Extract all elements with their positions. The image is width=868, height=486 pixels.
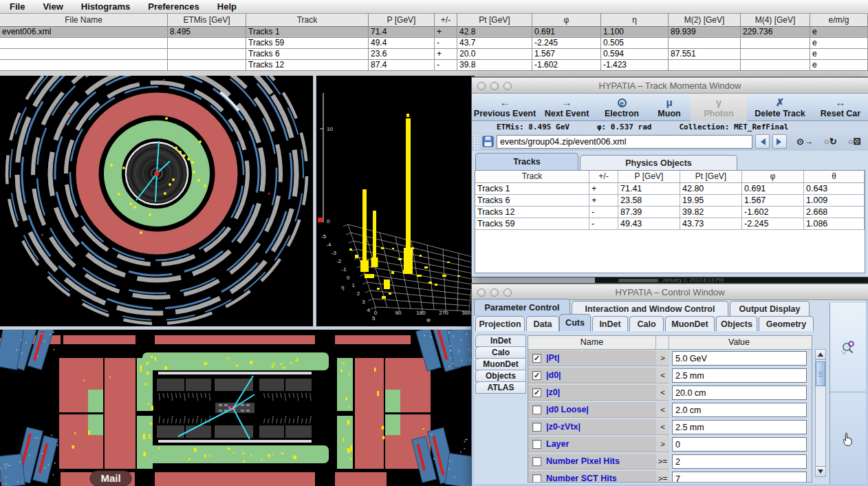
- minimize-window-button[interactable]: [490, 288, 499, 297]
- menu-histograms[interactable]: Histograms: [81, 1, 131, 12]
- cut-value-input[interactable]: [672, 403, 807, 417]
- column-header-[interactable]: θ: [804, 171, 865, 182]
- toolbar-button-electron[interactable]: eElectron: [596, 94, 648, 121]
- column-header-m-4-gev[interactable]: M(4) [GeV]: [741, 14, 810, 26]
- column-header-[interactable]: η: [601, 14, 669, 26]
- toolbar-button-muon[interactable]: μMuon: [648, 94, 691, 121]
- side-tab-calo[interactable]: Calo: [475, 346, 526, 359]
- tab-indet[interactable]: InDet: [592, 316, 628, 331]
- event-table-row[interactable]: event006.xml8.495Tracks 171.4+42.80.6911…: [0, 27, 868, 38]
- zoom-tool-button[interactable]: [830, 303, 866, 392]
- tab-parameter-control[interactable]: Parameter Control: [474, 299, 570, 316]
- event-table-row[interactable]: Tracks 1287.4-39.8-1.602-1.423e: [0, 60, 868, 71]
- column-header-[interactable]: φ: [742, 171, 804, 182]
- toolbar-button-previous-event[interactable]: ←Previous Event: [472, 94, 538, 121]
- toolbar-grip[interactable]: [473, 134, 480, 149]
- column-header-track[interactable]: Track: [246, 14, 369, 26]
- scroll-up-button[interactable]: [816, 350, 825, 360]
- toolbar-button-photon[interactable]: γPhoton: [691, 94, 747, 121]
- menu-file[interactable]: File: [10, 1, 25, 12]
- cut-checkbox[interactable]: [532, 405, 541, 414]
- close-window-button[interactable]: [477, 288, 486, 297]
- tab-muondet[interactable]: MuonDet: [665, 316, 715, 331]
- cut-value-input[interactable]: [672, 454, 807, 469]
- tab-cuts[interactable]: Cuts: [559, 314, 591, 331]
- column-header-pt-gev[interactable]: Pt [GeV]: [457, 14, 532, 26]
- cut-value-input[interactable]: [672, 437, 807, 452]
- detector-end-view[interactable]: [0, 76, 313, 326]
- side-tab-indet[interactable]: InDet: [475, 335, 526, 347]
- tab-interaction-and-window-control[interactable]: Interaction and Window Control: [572, 301, 728, 316]
- column-header-e-m-g[interactable]: e/m/g: [810, 14, 868, 26]
- dock-badge[interactable]: Mail: [90, 471, 131, 486]
- next-file-button[interactable]: [772, 134, 787, 149]
- side-tab-objects[interactable]: Objects: [475, 370, 526, 382]
- menu-help[interactable]: Help: [217, 1, 237, 12]
- column-header-p-gev[interactable]: P [GeV]: [369, 14, 435, 26]
- column-header-[interactable]: +/-: [589, 171, 618, 182]
- tab-projection[interactable]: Projection: [475, 316, 525, 331]
- cut-value-input[interactable]: [672, 472, 807, 483]
- cut-checkbox[interactable]: ✓: [532, 388, 541, 397]
- control-window-titlebar[interactable]: HYPATIA – Control Window: [472, 284, 868, 300]
- cut-checkbox[interactable]: [532, 457, 541, 466]
- track-table-row[interactable]: Tracks 12-87.3939.82-1.6022.668: [475, 207, 865, 218]
- cut-value-input[interactable]: [672, 420, 807, 434]
- column-header-pt-gev[interactable]: Pt [GeV]: [680, 171, 742, 182]
- save-icon[interactable]: [482, 136, 494, 147]
- toolbar-button-next-event[interactable]: →Next Event: [538, 94, 596, 121]
- detector-side-view[interactable]: Mail: [0, 330, 475, 486]
- tab-data[interactable]: Data: [526, 316, 559, 331]
- track-momenta-titlebar[interactable]: HYPATIA – Track Momenta Window: [472, 77, 868, 94]
- column-header-m-2-gev[interactable]: M(2) [GeV]: [669, 14, 741, 26]
- circle-loop-icon[interactable]: ○↻: [824, 136, 837, 147]
- cell: -: [435, 60, 457, 71]
- column-header-[interactable]: +/-: [435, 14, 457, 26]
- column-header-track[interactable]: Track: [475, 171, 589, 182]
- lego-plot[interactable]: 100-5-4-3-2-1012345090180270360ηΦ: [316, 76, 475, 326]
- menu-preferences[interactable]: Preferences: [148, 1, 199, 12]
- cut-checkbox[interactable]: ✓: [532, 354, 541, 363]
- tab-physics-objects[interactable]: Physics Objects: [580, 155, 737, 170]
- circle-random-icon[interactable]: ○⚄: [848, 136, 861, 147]
- window-controls[interactable]: [477, 288, 512, 297]
- cut-value-input[interactable]: [672, 351, 807, 366]
- cut-checkbox[interactable]: ✓: [532, 371, 541, 380]
- column-header-file-name[interactable]: File Name: [0, 14, 168, 26]
- event-table-row[interactable]: Tracks 5949.4-43.7-2.2450.505e: [0, 38, 868, 49]
- side-tab-muondet[interactable]: MuonDet: [475, 358, 526, 370]
- column-header-[interactable]: φ: [532, 14, 601, 26]
- tab-output-display[interactable]: Output Display: [730, 301, 810, 316]
- menu-view[interactable]: View: [43, 1, 63, 12]
- zoom-window-button[interactable]: [503, 288, 512, 297]
- tab-tracks[interactable]: Tracks: [475, 153, 578, 170]
- event-table-row[interactable]: Tracks 623.6+20.01.5670.59487.551e: [0, 49, 868, 60]
- vertex-arrow-icon[interactable]: ⊙→: [796, 136, 813, 147]
- tab-objects[interactable]: Objects: [716, 316, 757, 331]
- cut-checkbox[interactable]: [532, 440, 541, 449]
- column-header-p-gev[interactable]: P [GeV]: [618, 171, 680, 182]
- window-controls[interactable]: [477, 82, 512, 90]
- track-table-row[interactable]: Tracks 6+23.5819.951.5671.009: [475, 195, 865, 207]
- tab-calo[interactable]: Calo: [629, 316, 664, 331]
- hand-tool-button[interactable]: [830, 393, 866, 484]
- cut-checkbox[interactable]: [532, 474, 541, 483]
- cut-value-input[interactable]: [672, 368, 807, 383]
- event-file-path-input[interactable]: [497, 135, 752, 149]
- scroll-down-button[interactable]: [816, 466, 825, 476]
- close-window-button[interactable]: [477, 82, 486, 90]
- cut-value-input[interactable]: [672, 385, 807, 400]
- column-header-etmis-gev[interactable]: ETMis [GeV]: [168, 14, 246, 26]
- cuts-scrollbar[interactable]: [815, 349, 826, 477]
- toolbar-button-reset-car[interactable]: ↔Reset Car: [813, 94, 868, 121]
- minimize-window-button[interactable]: [490, 82, 499, 90]
- toolbar-button-delete-track[interactable]: ✗Delete Track: [747, 94, 813, 121]
- track-table-row[interactable]: Tracks 59-49.4343.73-2.2451.086: [475, 218, 865, 230]
- scrollbar-thumb[interactable]: [816, 361, 825, 386]
- track-table-row[interactable]: Tracks 1+71.4142.800.6910.643: [475, 183, 865, 195]
- zoom-window-button[interactable]: [503, 82, 512, 90]
- cut-checkbox[interactable]: [532, 423, 541, 432]
- tab-geometry[interactable]: Geometry: [759, 316, 814, 331]
- side-tab-atlas[interactable]: ATLAS: [475, 381, 526, 394]
- previous-file-button[interactable]: [755, 134, 770, 149]
